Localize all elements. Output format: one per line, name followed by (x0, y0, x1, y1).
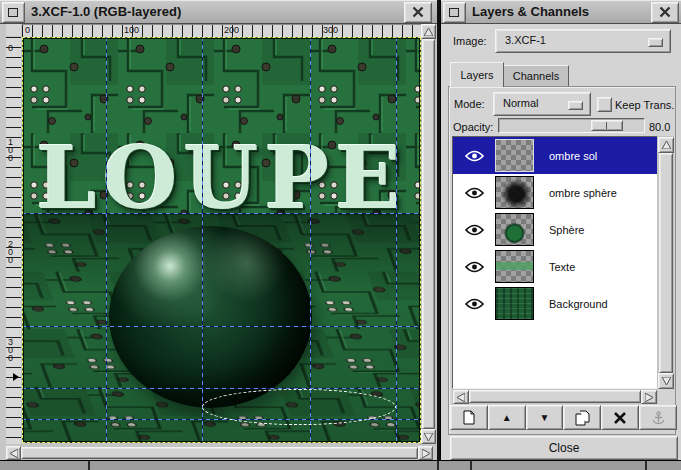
layer-list-vertical-scrollbar[interactable] (657, 136, 674, 389)
mode-dropdown[interactable]: Normal (493, 92, 591, 116)
eye-icon (465, 261, 484, 273)
layer-thumbnail[interactable] (495, 287, 534, 320)
layer-row-ombre-sphere[interactable]: ombre sphère (453, 174, 657, 211)
opacity-value: 80.0 (649, 121, 670, 133)
close-icon (659, 6, 671, 18)
close-button[interactable]: Close (450, 436, 678, 460)
mode-value: Normal (503, 97, 538, 109)
tab-label: Channels (513, 70, 559, 82)
border-grip-divider (437, 461, 439, 470)
eye-icon (465, 150, 484, 162)
horizontal-ruler[interactable]: 0 100 200 300 (22, 24, 421, 38)
ruler-label: 300 (323, 25, 338, 35)
guide-vertical[interactable] (202, 37, 203, 443)
scroll-down-button[interactable] (658, 373, 674, 389)
tab-layers[interactable]: Layers (450, 62, 504, 87)
layer-list-horizontal-scrollbar[interactable] (452, 389, 658, 404)
visibility-toggle[interactable] (453, 298, 495, 310)
canvas-horizontal-scrollbar[interactable] (6, 446, 433, 460)
eye-icon (465, 224, 484, 236)
lower-layer-button[interactable]: ▼ (526, 405, 564, 430)
duplicate-layer-button[interactable] (563, 405, 601, 430)
canvas-vertical-scrollbar[interactable] (421, 24, 436, 444)
layer-thumbnail[interactable] (495, 213, 534, 246)
ruler-label: 200 (8, 240, 16, 264)
image-select-value: 3.XCF-1 (505, 34, 546, 46)
scroll-thumb[interactable] (469, 390, 641, 403)
image-window-close-button[interactable] (404, 2, 432, 23)
visibility-toggle[interactable] (453, 224, 495, 236)
ruler-position-marker (13, 373, 19, 381)
border-grip-divider (88, 461, 90, 470)
ruler-label: 100 (8, 138, 16, 162)
layer-row-sphere[interactable]: Sphère (453, 211, 657, 248)
visibility-toggle[interactable] (453, 150, 495, 162)
layer-name: ombre sol (549, 150, 597, 162)
image-window-title: 3.XCF-1.0 (RGB-layered) (31, 4, 181, 19)
dialog-title: Layers & Channels (472, 4, 589, 19)
arrow-left-icon (457, 393, 465, 402)
vertical-ruler[interactable]: 0 100 200 300 (6, 37, 21, 444)
guide-horizontal[interactable] (22, 388, 421, 389)
scroll-left-button[interactable] (453, 390, 469, 404)
scroll-thumb[interactable] (659, 153, 673, 373)
keep-trans-label: Keep Trans. (615, 99, 674, 111)
opacity-slider-handle[interactable] (591, 120, 623, 131)
scroll-left-button[interactable] (6, 446, 21, 460)
guide-vertical[interactable] (106, 37, 107, 443)
guide-vertical[interactable] (310, 37, 311, 443)
selection-ellipse[interactable] (202, 389, 396, 425)
eye-icon (465, 187, 484, 199)
keep-trans-checkbox[interactable] (597, 97, 612, 112)
layer-name: Texte (549, 261, 575, 273)
raise-layer-button[interactable]: ▲ (488, 405, 526, 430)
anchor-layer-button[interactable] (639, 405, 677, 430)
arrow-right-icon (645, 393, 653, 402)
new-layer-button[interactable] (450, 405, 488, 430)
layer-row-texte[interactable]: Texte (453, 248, 657, 285)
scroll-right-button[interactable] (641, 390, 657, 404)
tab-channels[interactable]: Channels (503, 65, 569, 87)
guide-vertical[interactable] (396, 37, 397, 443)
tab-label: Layers (460, 69, 493, 81)
new-layer-icon (463, 410, 475, 425)
layer-row-background[interactable]: Background (453, 285, 657, 322)
scroll-down-button[interactable] (421, 429, 436, 444)
image-window-titlebar[interactable]: 3.XCF-1.0 (RGB-layered) (0, 0, 437, 24)
window-menu-button[interactable] (443, 2, 466, 23)
border-grip-divider (645, 461, 647, 470)
guide-horizontal[interactable] (22, 213, 421, 214)
anchor-icon (652, 411, 665, 425)
ruler-label: 0 (8, 44, 16, 52)
scroll-up-button[interactable] (658, 137, 674, 153)
image-window: 3.XCF-1.0 (RGB-layered) 0 100 200 300 0 … (0, 0, 437, 460)
dialog-titlebar[interactable]: Layers & Channels (441, 0, 681, 24)
window-menu-button[interactable] (2, 2, 25, 23)
canvas-sphere (109, 226, 312, 408)
delete-layer-button[interactable] (601, 405, 639, 430)
raise-layer-icon: ▲ (502, 412, 512, 423)
scroll-up-button[interactable] (421, 24, 436, 39)
dropdown-indicator-icon (648, 38, 663, 47)
layer-thumbnail[interactable] (495, 139, 534, 172)
close-button-label: Close (549, 441, 580, 455)
scroll-thumb[interactable] (422, 39, 435, 429)
layer-thumbnail[interactable] (495, 176, 534, 209)
window-manager-border[interactable] (0, 460, 681, 470)
ruler-label: 100 (124, 25, 139, 35)
window-menu-icon (449, 8, 459, 17)
scroll-thumb[interactable] (21, 447, 418, 459)
dialog-close-button[interactable] (651, 2, 679, 23)
image-canvas[interactable]: LOUPE (22, 37, 421, 443)
image-select-dropdown[interactable]: 3.XCF-1 (495, 29, 671, 53)
layer-thumbnail[interactable] (495, 250, 534, 283)
layer-row-ombre-sol[interactable]: ombre sol (453, 137, 657, 174)
guide-horizontal[interactable] (22, 326, 421, 327)
visibility-toggle[interactable] (453, 187, 495, 199)
opacity-slider[interactable] (498, 118, 645, 133)
scroll-right-button[interactable] (418, 446, 433, 460)
arrow-up-icon (424, 28, 433, 36)
canvas-text-loupe: LOUPE (22, 135, 421, 221)
layer-name: ombre sphère (549, 187, 617, 199)
visibility-toggle[interactable] (453, 261, 495, 273)
